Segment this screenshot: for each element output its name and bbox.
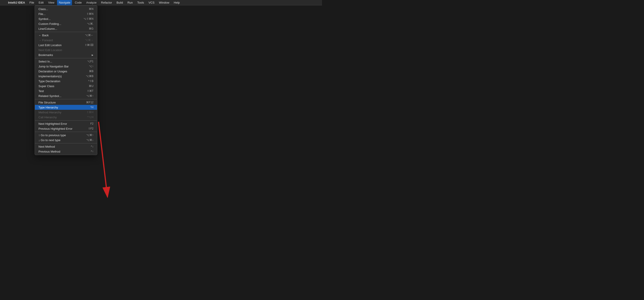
menu-item-prev-highlighted-error-shortcut: ⇧F2 [88,127,94,130]
menu-item-bookmarks-label: Bookmarks [38,53,53,57]
separator-1 [35,32,97,32]
menu-item-next-highlighted-error[interactable]: Next Highlighted Error F2 [35,121,97,126]
navigate-dropdown-menu: Class... ⌘N File... ⇧⌘N Symbol... ⌥⇧⌘N C… [35,5,97,150]
menu-item-forward: → Forward ⌥⌘→ [35,38,97,43]
menu-item-go-to-prev-type[interactable]: ↑ Go to previous type ⌥⌘↑ [35,133,97,137]
menu-item-next-method[interactable]: Next Method ^↓ [35,144,97,149]
menu-item-type-declaration-label: Type Declaration [38,80,60,83]
menu-item-forward-shortcut: ⌥⌘→ [85,39,94,42]
menu-item-symbol-label: Symbol... [38,17,50,21]
menu-item-go-to-next-type-shortcut: ⌥⌘↓ [86,138,94,141]
menu-item-implementations[interactable]: Implementation(s) ⌥⌘B [35,74,97,79]
menu-item-super-class-shortcut: ⌘U [89,84,94,88]
menu-item-symbol[interactable]: Symbol... ⌥⇧⌘N [35,16,97,21]
menubar-window[interactable]: Window [157,0,171,5]
menu-item-type-hierarchy-label: Type Hierarchy [38,106,58,109]
menu-item-next-method-label: Next Method [38,145,55,148]
menubar-help[interactable]: Help [172,0,182,5]
menu-item-file-structure[interactable]: File Structure ⌘F12 [35,100,97,105]
menu-item-type-declaration-shortcut: ^⇧B [88,80,94,83]
menu-item-jump-to-nav[interactable]: Jump to Navigation Bar ⌥↑ [35,64,97,69]
menu-item-file-structure-label: File Structure [38,101,56,104]
menu-item-symbol-shortcut: ⌥⇧⌘N [84,17,94,20]
menu-item-prev-method[interactable]: Previous Method ^↑ [35,149,97,150]
separator-4 [35,120,97,120]
menu-item-super-class-label: Super Class [38,84,54,88]
menu-item-last-edit-shortcut: ⇧⌘⌫ [85,44,94,47]
menu-item-next-edit: Next Edit Location [35,48,97,52]
menu-item-bookmarks[interactable]: Bookmarks ▶ [35,52,97,57]
menu-item-call-hierarchy-label: Call Hierarchy [38,116,57,119]
menu-item-class-label: Class... [38,8,48,11]
menu-item-line-column-label: Line/Column... [38,27,57,31]
menu-item-prev-method-label: Previous Method [38,150,60,150]
menubar: IntelliJ IDEA File Edit View Navigate Co… [0,0,322,5]
menu-item-file-label: File... [38,12,46,16]
menu-item-file[interactable]: File... ⇧⌘N [35,12,97,16]
menu-item-type-hierarchy-shortcut: ^H [90,106,94,109]
menu-item-type-hierarchy[interactable]: Type Hierarchy ^H [35,105,97,110]
menubar-run[interactable]: Run [126,0,134,5]
separator-6 [35,143,97,143]
menubar-code[interactable]: Code [73,0,84,5]
menu-item-forward-label: → Forward [38,39,53,42]
menu-item-next-edit-label: Next Edit Location [38,48,62,52]
menu-item-test-shortcut: ⇧⌘T [87,89,94,93]
menubar-vcs[interactable]: VCS [147,0,156,5]
menu-item-class[interactable]: Class... ⌘N [35,7,97,12]
app-name[interactable]: IntelliJ IDEA [6,1,27,4]
menu-item-back[interactable]: ← Back ⌥⌘← [35,33,97,38]
menu-item-related-symbol-shortcut: ⌥⌘↑ [86,94,94,97]
menubar-navigate[interactable]: Navigate [57,0,72,5]
menu-item-file-structure-shortcut: ⌘F12 [86,101,94,104]
menu-item-custom-folding-label: Custom Folding... [38,22,61,26]
menubar-tools[interactable]: Tools [136,0,146,5]
menu-item-super-class[interactable]: Super Class ⌘U [35,84,97,88]
menu-item-last-edit-label: Last Edit Location [38,44,62,47]
menu-item-prev-highlighted-error-label: Previous Highlighted Error [38,127,72,130]
menu-item-declaration-or-usages-shortcut: ⌘B [89,70,94,73]
menubar-file[interactable]: File [28,0,36,5]
menu-item-select-in[interactable]: Select In... ⌥F1 [35,59,97,64]
menu-item-call-hierarchy: Call Hierarchy ^⌥H [35,115,97,120]
menu-item-last-edit[interactable]: Last Edit Location ⇧⌘⌫ [35,43,97,48]
menu-item-jump-to-nav-shortcut: ⌥↑ [89,65,94,68]
menu-item-back-label: ← Back [38,34,49,37]
menu-item-line-column-shortcut: ⌘G [89,27,94,30]
menu-item-file-shortcut: ⇧⌘N [86,12,94,16]
separator-2 [35,58,97,58]
menubar-refactor[interactable]: Refactor [99,0,114,5]
menu-item-call-hierarchy-shortcut: ^⌥H [87,116,94,119]
menu-item-implementations-shortcut: ⌥⌘B [86,75,94,78]
separator-5 [35,132,97,132]
menu-item-implementations-label: Implementation(s) [38,75,62,78]
menu-item-type-declaration[interactable]: Type Declaration ^⇧B [35,79,97,84]
separator-3 [35,99,97,99]
menu-item-select-in-label: Select In... [38,60,52,63]
menu-item-test[interactable]: Test ⇧⌘T [35,88,97,93]
menu-item-next-method-shortcut: ^↓ [91,145,94,148]
menubar-view[interactable]: View [46,0,56,5]
menu-item-custom-folding[interactable]: Custom Folding... ⌥⌘. [35,21,97,26]
menu-item-custom-folding-shortcut: ⌥⌘. [87,22,94,25]
menu-item-declaration-or-usages-label: Declaration or Usages [38,70,67,73]
menu-item-test-label: Test [38,89,44,93]
menubar-analyze[interactable]: Analyze [84,0,98,5]
menubar-edit[interactable]: Edit [37,0,46,5]
menu-item-select-in-shortcut: ⌥F1 [87,60,94,63]
menu-item-method-hierarchy: Method Hierarchy ⇧⌘H [35,110,97,115]
menubar-build[interactable]: Build [115,0,125,5]
menu-item-declaration-or-usages[interactable]: Declaration or Usages ⌘B [35,69,97,74]
menu-item-go-to-next-type[interactable]: ↓ Go to next type ⌥⌘↓ [35,137,97,142]
menu-item-line-column[interactable]: Line/Column... ⌘G [35,26,97,31]
menu-item-jump-to-nav-label: Jump to Navigation Bar [38,65,69,68]
submenu-arrow-icon: ▶ [92,54,94,56]
menu-item-next-highlighted-error-shortcut: F2 [90,122,94,125]
menu-item-related-symbol-label: Related Symbol... [38,94,62,98]
menu-item-back-shortcut: ⌥⌘← [85,34,94,37]
menu-item-prev-highlighted-error[interactable]: Previous Highlighted Error ⇧F2 [35,126,97,131]
svg-line-1 [98,122,108,150]
menu-item-related-symbol[interactable]: Related Symbol... ⌥⌘↑ [35,93,97,98]
menu-item-go-to-prev-type-label: ↑ Go to previous type [38,133,66,137]
menu-item-method-hierarchy-label: Method Hierarchy [38,111,62,114]
